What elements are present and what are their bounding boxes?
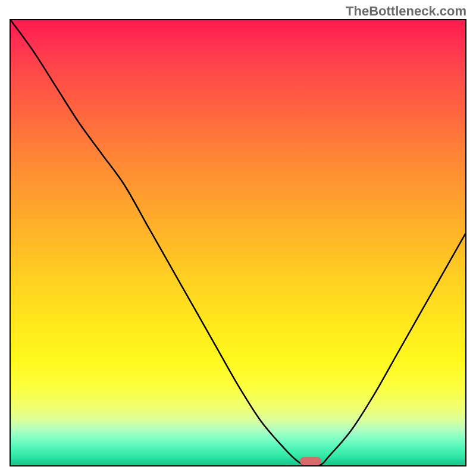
attribution-label: TheBottleneck.com — [346, 4, 466, 19]
chart-container: TheBottleneck.com — [0, 0, 476, 476]
optimal-point-marker — [300, 457, 321, 465]
bottleneck-curve-line — [11, 20, 465, 465]
plot-area — [10, 19, 466, 466]
curve-svg — [11, 20, 465, 465]
